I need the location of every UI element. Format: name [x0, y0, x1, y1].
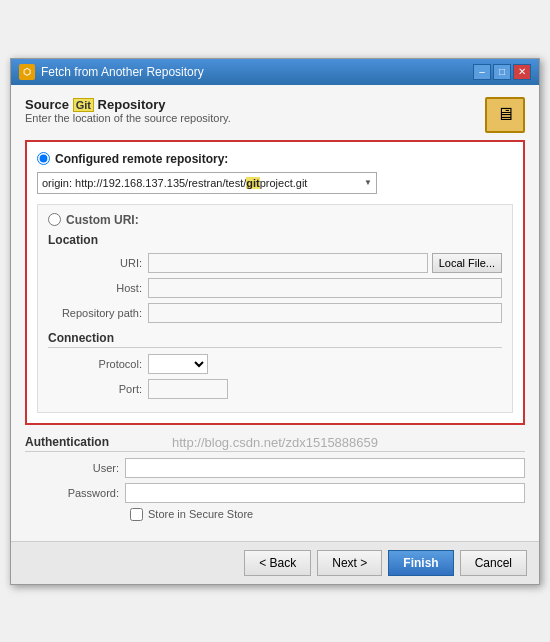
window-icon: ⬡ [19, 64, 35, 80]
restore-button[interactable]: □ [493, 64, 511, 80]
configured-radio[interactable] [37, 152, 50, 165]
dropdown-text: origin: http://192.168.137.135/restran/t… [42, 177, 307, 189]
custom-uri-radio[interactable] [48, 213, 61, 226]
user-row: User: [25, 458, 525, 478]
cancel-button[interactable]: Cancel [460, 550, 527, 576]
protocol-label: Protocol: [48, 358, 148, 370]
local-file-button[interactable]: Local File... [432, 253, 502, 273]
form-box: Configured remote repository: origin: ht… [25, 140, 525, 425]
connection-divider: Connection [48, 331, 502, 348]
window-title: Fetch from Another Repository [41, 65, 204, 79]
git-highlight: git [246, 177, 259, 189]
repo-dropdown[interactable]: origin: http://192.168.137.135/restran/t… [37, 172, 377, 194]
port-label: Port: [48, 383, 148, 395]
password-row: Password: [25, 483, 525, 503]
password-label: Password: [25, 487, 125, 499]
header-text: Source Git Repository Enter the location… [25, 97, 231, 134]
title-buttons: – □ ✕ [473, 64, 531, 80]
auth-section: Authentication User: Password: Store in … [25, 435, 525, 529]
connection-title: Connection [48, 331, 502, 348]
repo-path-label: Repository path: [48, 307, 148, 319]
store-checkbox[interactable] [130, 508, 143, 521]
custom-uri-radio-row: Custom URI: [48, 213, 502, 227]
main-window: ⬡ Fetch from Another Repository – □ ✕ So… [10, 58, 540, 585]
repo-path-input[interactable] [148, 303, 502, 323]
section-subtitle: Enter the location of the source reposit… [25, 112, 231, 124]
uri-row: URI: Local File... [48, 253, 502, 273]
configured-label: Configured remote repository: [55, 152, 228, 166]
password-input[interactable] [125, 483, 525, 503]
port-row: Port: [48, 379, 502, 399]
host-row: Host: [48, 278, 502, 298]
uri-input[interactable] [148, 253, 428, 273]
title-bar: ⬡ Fetch from Another Repository – □ ✕ [11, 59, 539, 85]
store-row: Store in Secure Store [25, 508, 525, 521]
minimize-button[interactable]: – [473, 64, 491, 80]
auth-title: Authentication [25, 435, 525, 452]
user-input[interactable] [125, 458, 525, 478]
protocol-select[interactable] [148, 354, 208, 374]
dropdown-row: origin: http://192.168.137.135/restran/t… [37, 172, 513, 194]
back-button[interactable]: < Back [244, 550, 311, 576]
custom-uri-label: Custom URI: [66, 213, 139, 227]
next-button[interactable]: Next > [317, 550, 382, 576]
host-input[interactable] [148, 278, 502, 298]
location-title: Location [48, 233, 502, 247]
section-title: Source Git Repository [25, 97, 231, 112]
custom-section: Custom URI: Location URI: Local File... … [37, 204, 513, 413]
repo-icon: 🖥 [485, 97, 525, 133]
configured-radio-row: Configured remote repository: [37, 152, 513, 166]
section-header: Source Git Repository Enter the location… [25, 97, 525, 134]
finish-button[interactable]: Finish [388, 550, 453, 576]
port-input[interactable] [148, 379, 228, 399]
protocol-row: Protocol: [48, 354, 502, 374]
close-button[interactable]: ✕ [513, 64, 531, 80]
repo-path-row: Repository path: [48, 303, 502, 323]
git-badge: Git [73, 98, 94, 112]
store-label: Store in Secure Store [148, 508, 253, 520]
uri-label: URI: [48, 257, 148, 269]
title-bar-left: ⬡ Fetch from Another Repository [19, 64, 204, 80]
bottom-bar: < Back Next > Finish Cancel [11, 541, 539, 584]
content-area: Source Git Repository Enter the location… [11, 85, 539, 541]
host-label: Host: [48, 282, 148, 294]
user-label: User: [25, 462, 125, 474]
dropdown-arrow-icon: ▼ [364, 178, 372, 187]
